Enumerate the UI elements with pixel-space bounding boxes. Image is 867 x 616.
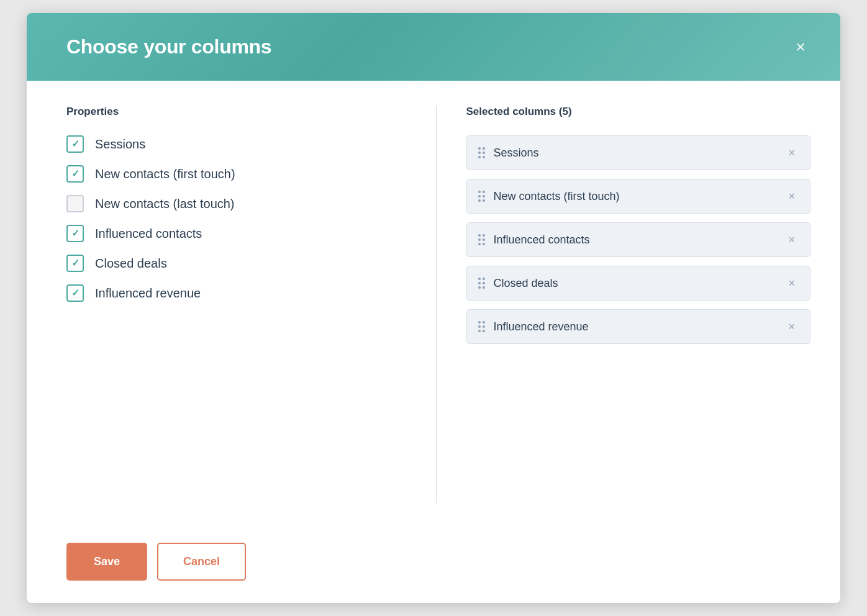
checkmark-icon: ✓ — [71, 229, 79, 238]
property-item-new-contacts-last[interactable]: New contacts (last touch) — [66, 195, 411, 212]
selected-label-influenced-contacts: Influenced contacts — [494, 233, 776, 247]
checkbox-influenced-contacts[interactable]: ✓ — [66, 225, 84, 242]
save-button[interactable]: Save — [66, 543, 147, 581]
property-item-influenced-revenue[interactable]: ✓Influenced revenue — [66, 284, 411, 302]
selected-item-influenced-contacts: Influenced contacts× — [466, 222, 811, 257]
property-item-sessions[interactable]: ✓Sessions — [66, 135, 411, 153]
drag-handle-icon[interactable] — [478, 321, 485, 332]
checkbox-influenced-revenue[interactable]: ✓ — [66, 284, 84, 302]
remove-button-influenced-revenue[interactable]: × — [784, 320, 799, 333]
selected-label-closed-deals: Closed deals — [494, 277, 776, 290]
remove-button-influenced-contacts[interactable]: × — [784, 233, 799, 247]
property-list: ✓Sessions✓New contacts (first touch)New … — [66, 135, 411, 302]
property-label-new-contacts-first: New contacts (first touch) — [95, 167, 235, 181]
property-item-new-contacts-first[interactable]: ✓New contacts (first touch) — [66, 165, 411, 183]
modal-footer: Save Cancel — [27, 528, 840, 603]
property-label-influenced-contacts: Influenced contacts — [95, 227, 202, 241]
property-label-closed-deals: Closed deals — [95, 256, 167, 271]
property-item-closed-deals[interactable]: ✓Closed deals — [66, 255, 411, 272]
selected-label-sessions: Sessions — [494, 147, 776, 160]
remove-button-sessions[interactable]: × — [784, 146, 799, 160]
properties-heading: Properties — [66, 106, 411, 118]
checkmark-icon: ✓ — [71, 258, 79, 268]
checkmark-icon: ✓ — [71, 169, 79, 179]
property-label-sessions: Sessions — [95, 137, 145, 152]
selected-columns-panel: Selected columns (5) Sessions×New contac… — [437, 106, 811, 503]
checkbox-new-contacts-first[interactable]: ✓ — [66, 165, 84, 183]
modal-header: Choose your columns × — [27, 13, 840, 81]
remove-button-closed-deals[interactable]: × — [784, 276, 799, 290]
close-button[interactable]: × — [791, 36, 810, 58]
checkbox-sessions[interactable]: ✓ — [66, 135, 84, 153]
drag-handle-icon[interactable] — [478, 147, 485, 158]
drag-handle-icon[interactable] — [478, 234, 485, 245]
cancel-button[interactable]: Cancel — [157, 543, 246, 581]
modal-body: Properties ✓Sessions✓New contacts (first… — [27, 81, 840, 528]
checkmark-icon: ✓ — [71, 288, 79, 298]
remove-button-new-contacts-first[interactable]: × — [784, 189, 799, 203]
checkbox-new-contacts-last[interactable] — [66, 195, 84, 212]
properties-panel: Properties ✓Sessions✓New contacts (first… — [66, 106, 437, 503]
checkmark-icon: ✓ — [71, 139, 79, 149]
selected-list: Sessions×New contacts (first touch)×Infl… — [466, 135, 811, 344]
selected-item-influenced-revenue: Influenced revenue× — [466, 309, 811, 344]
checkbox-closed-deals[interactable]: ✓ — [66, 255, 84, 272]
modal-title: Choose your columns — [66, 35, 271, 58]
selected-label-influenced-revenue: Influenced revenue — [494, 320, 776, 333]
drag-handle-icon[interactable] — [478, 278, 485, 289]
choose-columns-modal: Choose your columns × Properties ✓Sessio… — [27, 13, 840, 603]
selected-label-new-contacts-first: New contacts (first touch) — [494, 190, 776, 203]
selected-item-sessions: Sessions× — [466, 135, 811, 170]
selected-item-new-contacts-first: New contacts (first touch)× — [466, 179, 811, 214]
selected-columns-heading: Selected columns (5) — [466, 106, 811, 118]
drag-handle-icon[interactable] — [478, 191, 485, 202]
property-label-new-contacts-last: New contacts (last touch) — [95, 197, 235, 211]
property-label-influenced-revenue: Influenced revenue — [95, 286, 201, 301]
selected-item-closed-deals: Closed deals× — [466, 266, 811, 301]
property-item-influenced-contacts[interactable]: ✓Influenced contacts — [66, 225, 411, 242]
